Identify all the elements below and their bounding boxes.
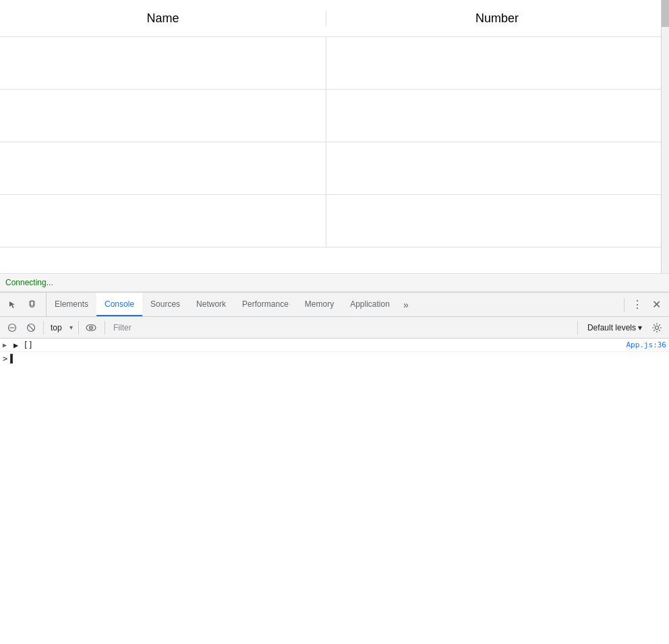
tab-performance[interactable]: Performance (234, 293, 297, 316)
eye-button[interactable] (83, 320, 99, 336)
context-selector-wrapper: top ▾ (48, 322, 74, 334)
devtools-panel: Elements Console Sources Network Perform… (0, 292, 669, 644)
scrollbar-thumb[interactable] (662, 0, 669, 27)
table-row (0, 195, 668, 247)
filter-divider-2 (577, 321, 578, 334)
close-devtools-button[interactable]: ✕ (647, 296, 665, 314)
filter-divider (105, 321, 105, 334)
connecting-bar: Connecting... (0, 273, 669, 292)
svg-point-9 (90, 327, 92, 328)
console-source-link[interactable]: App.js:36 (626, 341, 666, 349)
gear-icon (651, 322, 662, 333)
console-prompt-icon: > (3, 354, 7, 363)
inspect-element-button[interactable] (4, 296, 22, 314)
filter-input[interactable] (111, 323, 572, 332)
name-cell (0, 142, 326, 194)
devtools-right-buttons: ⋮ ✕ (617, 293, 669, 316)
block-icon (26, 323, 36, 332)
toolbar-divider (43, 321, 44, 334)
console-log-entry: ▶ ▶ [] App.js:36 (0, 339, 669, 352)
data-table: Name Number (0, 0, 669, 273)
number-cell (326, 142, 668, 194)
scrollbar-track[interactable] (661, 0, 669, 273)
name-cell (0, 90, 326, 142)
console-input-row: > ▌ (0, 352, 669, 365)
settings-button[interactable] (649, 320, 665, 336)
name-column-header: Name (0, 11, 326, 26)
tab-elements[interactable]: Elements (47, 293, 96, 316)
console-cursor: ▌ (10, 354, 15, 363)
number-column-header: Number (326, 11, 668, 26)
more-options-button[interactable]: ⋮ (629, 296, 646, 314)
block-console-button[interactable] (23, 320, 39, 336)
expand-arrow-icon[interactable]: ▶ (3, 341, 11, 349)
connecting-text: Connecting... (5, 278, 53, 287)
eye-icon (86, 323, 96, 332)
svg-point-10 (656, 326, 659, 329)
main-table-area: Name Number (0, 0, 669, 273)
table-row (0, 37, 668, 90)
divider (624, 298, 624, 312)
name-cell (0, 195, 326, 247)
tab-network[interactable]: Network (188, 293, 234, 316)
number-cell (326, 195, 668, 247)
tab-application[interactable]: Application (342, 293, 398, 316)
svg-line-6 (28, 325, 34, 330)
context-selector[interactable]: top (48, 322, 74, 334)
name-cell (0, 37, 326, 89)
console-toolbar: top ▾ Default levels ▾ (0, 317, 669, 339)
tab-memory[interactable]: Memory (297, 293, 342, 316)
console-content: ▶ ▶ [] App.js:36 > ▌ (0, 339, 669, 644)
devtools-tabs-bar: Elements Console Sources Network Perform… (0, 293, 669, 317)
clear-console-button[interactable] (4, 320, 20, 336)
toolbar-divider-2 (78, 321, 79, 334)
device-toolbar-button[interactable] (24, 296, 42, 314)
table-row (0, 142, 668, 195)
console-array-value: ▶ [] (13, 341, 33, 350)
number-cell (326, 90, 668, 142)
table-row (0, 90, 668, 142)
number-cell (326, 37, 668, 89)
device-icon (28, 300, 38, 310)
table-header: Name Number (0, 0, 668, 37)
tab-sources[interactable]: Sources (142, 293, 188, 316)
clear-icon (7, 323, 17, 332)
tab-more-button[interactable]: » (398, 293, 414, 316)
default-levels-button[interactable]: Default levels ▾ (583, 322, 646, 334)
tab-console[interactable]: Console (96, 293, 142, 316)
devtools-left-icons (0, 293, 47, 316)
cursor-icon (8, 300, 18, 310)
